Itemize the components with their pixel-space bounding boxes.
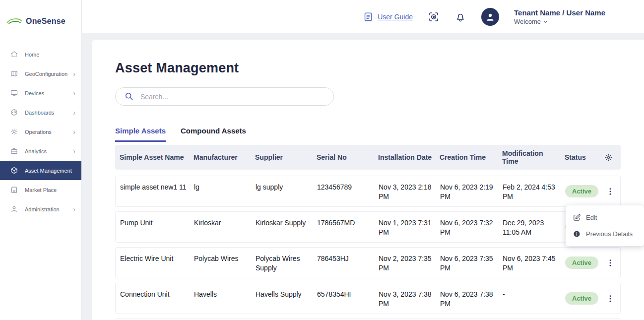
welcome-menu[interactable]: Welcome bbox=[514, 18, 605, 25]
cell-status: Active bbox=[565, 283, 605, 314]
table-body: simple asset new1 11 lg lg supply 123456… bbox=[115, 176, 621, 320]
edit-icon bbox=[573, 213, 581, 222]
market-place-icon bbox=[10, 186, 18, 194]
chevron-down-icon bbox=[543, 19, 548, 24]
col-modification-time: Modification Time bbox=[502, 149, 565, 165]
analytics-icon bbox=[10, 147, 18, 155]
sidebar-item-label: Devices bbox=[25, 90, 73, 96]
cell-status: Active bbox=[565, 176, 605, 206]
sidebar-item-devices[interactable]: Devices › bbox=[0, 83, 81, 103]
cell-modification-time: Feb 2, 2024 4:53 PM bbox=[503, 176, 565, 206]
scan-settings-icon[interactable] bbox=[428, 11, 440, 23]
sidebar-item-operations[interactable]: Operations › bbox=[0, 122, 81, 141]
chevron-right-icon: › bbox=[73, 109, 75, 116]
cell-creation-time: Nov 6, 2023 2:19 PM bbox=[440, 176, 503, 206]
sidebar-item-label: Dashboards bbox=[25, 110, 73, 116]
table-settings-gear-icon[interactable] bbox=[604, 153, 613, 162]
context-menu-item-previous-details[interactable]: Previous Details bbox=[566, 226, 644, 242]
chevron-right-icon: › bbox=[73, 70, 75, 77]
chevron-right-icon: › bbox=[73, 90, 75, 97]
status-badge: Active bbox=[565, 292, 598, 305]
user-avatar-icon[interactable] bbox=[481, 8, 499, 26]
user-guide-label[interactable]: User Guide bbox=[378, 13, 413, 21]
cell-actions bbox=[605, 248, 620, 278]
sidebar-item-label: Operations bbox=[25, 129, 73, 135]
cell-simple-asset-name: Electric Wire Unit bbox=[120, 248, 194, 278]
col-supplier: Supplier bbox=[255, 153, 317, 161]
cell-creation-time: Nov 6, 2023 7:32 PM bbox=[440, 212, 503, 242]
cell-manufacturer: Kirloskar bbox=[194, 212, 256, 242]
cell-installation-date: Nov 2, 2023 7:35 PM bbox=[379, 248, 440, 278]
cell-serial-no: 123456789 bbox=[317, 176, 379, 206]
sidebar-item-label: Home bbox=[25, 52, 73, 58]
cell-serial-no: 6578354HI bbox=[317, 283, 379, 314]
tenant-name: Tenant Name / User Name bbox=[514, 8, 605, 17]
asset-management-icon bbox=[10, 166, 18, 175]
cell-supplier: Havells Supply bbox=[256, 283, 317, 314]
status-badge: Active bbox=[565, 185, 598, 197]
devices-icon bbox=[10, 89, 18, 97]
sidebar-item-asset-management[interactable]: Asset Management › bbox=[0, 161, 81, 180]
cell-simple-asset-name: Pump Unit bbox=[120, 212, 194, 242]
assets-table: Simple Asset Name Manufacturer Supplier … bbox=[115, 145, 621, 320]
col-serial-no: Serial No bbox=[317, 153, 378, 161]
sidebar-item-home[interactable]: Home › bbox=[0, 45, 81, 64]
cell-supplier: lg supply bbox=[256, 176, 317, 206]
content-card: Asset Management Simple Assets Compound … bbox=[92, 40, 644, 320]
col-manufacturer: Manufacturer bbox=[193, 153, 255, 161]
sidebar: OneSense Home › GeoConfiguration › Devic… bbox=[0, 0, 82, 320]
sidebar-item-label: Analytics bbox=[25, 148, 73, 154]
sidebar-item-label: Market Place bbox=[25, 187, 73, 193]
user-guide-link[interactable]: User Guide bbox=[363, 11, 413, 22]
col-creation-time: Creation Time bbox=[440, 153, 502, 161]
cell-supplier: Kirloskar Supply bbox=[256, 212, 317, 242]
cell-modification-time: Dec 29, 2023 11:05 AM bbox=[503, 212, 565, 242]
tab-simple-assets[interactable]: Simple Assets bbox=[115, 127, 166, 142]
tab-compound-assets[interactable]: Compound Assets bbox=[181, 127, 246, 142]
search-bar bbox=[115, 87, 334, 106]
cell-serial-no: 786453HJ bbox=[317, 248, 379, 278]
leaf-swoosh-icon bbox=[6, 17, 23, 26]
info-icon bbox=[573, 230, 581, 238]
notifications-bell-icon[interactable] bbox=[454, 11, 466, 23]
chevron-right-icon: › bbox=[73, 148, 75, 155]
welcome-label: Welcome bbox=[514, 18, 541, 25]
cell-supplier: Polycab Wires Supply bbox=[256, 248, 317, 278]
kebab-menu-icon[interactable] bbox=[606, 293, 615, 304]
cell-simple-asset-name: simple asset new1 11 bbox=[120, 176, 194, 206]
table-row: Pump Unit Kirloskar Kirloskar Supply 178… bbox=[115, 211, 621, 243]
col-status: Status bbox=[565, 153, 604, 161]
sidebar-item-administration[interactable]: Administration › bbox=[0, 199, 81, 219]
col-simple-asset-name: Simple Asset Name bbox=[120, 153, 193, 161]
kebab-menu-icon[interactable] bbox=[606, 186, 615, 197]
context-menu-label: Previous Details bbox=[586, 230, 633, 238]
operations-icon bbox=[10, 128, 18, 136]
col-installation-date: Installation Date bbox=[378, 153, 440, 161]
sidebar-item-analytics[interactable]: Analytics › bbox=[0, 141, 81, 161]
cell-creation-time: Nov 6, 2023 7:35 PM bbox=[440, 248, 503, 278]
dashboards-icon bbox=[10, 108, 18, 117]
cell-creation-time: Nov 6, 2023 7:38 PM bbox=[440, 283, 503, 314]
kebab-menu-icon[interactable] bbox=[606, 257, 615, 268]
search-input[interactable] bbox=[115, 87, 334, 106]
home-icon bbox=[10, 50, 18, 59]
sidebar-nav: Home › GeoConfiguration › Devices › Dash… bbox=[0, 45, 81, 219]
cell-manufacturer: Polycab Wires bbox=[194, 248, 256, 278]
topbar: User Guide Tenant Name / User Name Welco… bbox=[82, 0, 644, 34]
user-guide-icon bbox=[363, 11, 374, 22]
context-menu-item-edit[interactable]: Edit bbox=[566, 209, 644, 226]
cell-installation-date: Nov 3, 2023 2:18 PM bbox=[379, 176, 440, 206]
cell-installation-date: Nov 3, 2023 7:38 PM bbox=[379, 283, 440, 314]
table-row: simple asset new1 11 lg lg supply 123456… bbox=[115, 176, 621, 207]
cell-actions bbox=[605, 283, 620, 314]
context-menu-label: Edit bbox=[586, 214, 597, 221]
sidebar-item-label: Asset Management bbox=[25, 168, 73, 174]
chevron-right-icon: › bbox=[73, 128, 75, 135]
sidebar-item-geoconfiguration[interactable]: GeoConfiguration › bbox=[0, 64, 81, 83]
sidebar-item-dashboards[interactable]: Dashboards › bbox=[0, 103, 81, 122]
administration-icon bbox=[10, 205, 18, 213]
cell-actions bbox=[605, 176, 620, 206]
tabs: Simple Assets Compound Assets bbox=[115, 127, 644, 142]
table-row: Connection Unit Havells Havells Supply 6… bbox=[115, 283, 621, 314]
sidebar-item-market-place[interactable]: Market Place › bbox=[0, 180, 81, 199]
